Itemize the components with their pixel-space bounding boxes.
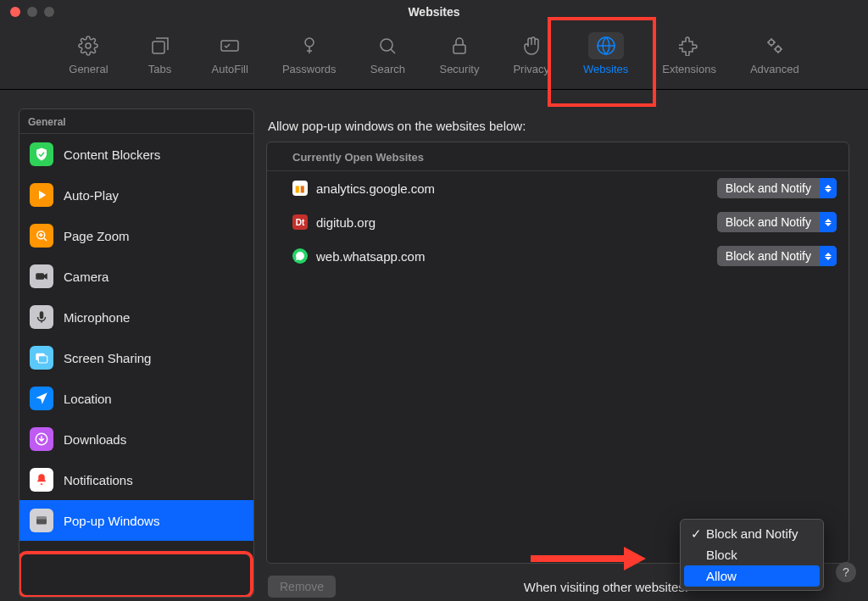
zoom-icon xyxy=(30,224,53,248)
site-row[interactable]: web.whatsapp.com Block and Notify xyxy=(267,239,849,273)
remove-button[interactable]: Remove xyxy=(268,576,336,598)
svg-rect-11 xyxy=(40,311,44,319)
svg-rect-10 xyxy=(36,273,44,280)
favicon xyxy=(292,248,308,264)
section-header: Currently Open Websites xyxy=(267,142,849,171)
sidebar: General Content Blockers Auto-Play Page … xyxy=(19,109,254,598)
sidebar-item-label: Downloads xyxy=(64,432,126,447)
sidebar-item-label: Screen Sharing xyxy=(64,351,151,365)
gear-icon xyxy=(70,32,106,59)
svg-rect-5 xyxy=(453,45,465,53)
titlebar: Websites xyxy=(0,0,868,24)
help-button[interactable]: ? xyxy=(836,562,856,582)
tab-passwords[interactable]: Passwords xyxy=(275,29,343,79)
site-setting-select[interactable]: Block and Notify xyxy=(717,178,837,198)
sidebar-item-screen-sharing[interactable]: Screen Sharing xyxy=(19,337,253,378)
sidebar-item-label: Location xyxy=(64,392,112,406)
tab-extensions[interactable]: Extensions xyxy=(655,29,723,79)
svg-point-0 xyxy=(86,43,91,48)
toolbar-label: Tabs xyxy=(148,63,171,75)
tab-autofill[interactable]: AutoFill xyxy=(205,29,255,79)
tab-websites[interactable]: Websites xyxy=(576,29,635,79)
sidebar-item-page-zoom[interactable]: Page Zoom xyxy=(19,215,253,256)
sidebar-item-content-blockers[interactable]: Content Blockers xyxy=(19,134,253,175)
toolbar-label: Websites xyxy=(583,63,628,75)
search-icon xyxy=(370,32,405,59)
other-websites-dropdown[interactable]: Block and Notify Block Allow xyxy=(680,519,824,591)
sidebar-item-label: Pop-up Windows xyxy=(64,514,159,528)
site-setting-select[interactable]: Block and Notify xyxy=(717,246,837,266)
sidebar-header: General xyxy=(19,109,253,134)
svg-point-8 xyxy=(776,47,781,52)
favicon: Dt xyxy=(292,214,308,230)
tab-general[interactable]: General xyxy=(62,29,114,79)
site-row[interactable]: Dt digitub.org Block and Notify xyxy=(267,205,849,239)
window-icon xyxy=(30,509,53,532)
dropdown-item-block[interactable]: Block xyxy=(684,544,820,565)
sidebar-item-label: Microphone xyxy=(64,310,130,325)
screen-icon xyxy=(30,346,53,370)
minimize-window-button[interactable] xyxy=(27,7,37,17)
camera-icon xyxy=(30,264,53,288)
sidebar-item-downloads[interactable]: Downloads xyxy=(19,419,253,459)
bell-icon xyxy=(30,468,53,492)
sidebar-item-auto-play[interactable]: Auto-Play xyxy=(19,175,253,215)
chevron-updown-icon xyxy=(820,212,837,232)
sidebar-item-label: Auto-Play xyxy=(64,188,119,203)
sidebar-item-popup-windows[interactable]: Pop-up Windows xyxy=(19,500,253,541)
toolbar-label: Extensions xyxy=(662,63,716,75)
dropdown-item-allow[interactable]: Allow xyxy=(684,565,820,587)
website-list: Currently Open Websites ▮▮ analytics.goo… xyxy=(266,142,849,564)
puzzle-icon xyxy=(671,32,707,59)
sidebar-item-location[interactable]: Location xyxy=(19,378,253,419)
other-websites-label: When visiting other websites: xyxy=(346,580,693,594)
svg-rect-13 xyxy=(38,356,47,363)
select-label: Block and Notify xyxy=(717,181,820,195)
play-icon xyxy=(30,183,53,207)
svg-rect-16 xyxy=(36,517,47,520)
toolbar-label: General xyxy=(69,63,108,75)
tab-security[interactable]: Security xyxy=(432,29,486,79)
globe-icon xyxy=(588,32,624,59)
tab-tabs[interactable]: Tabs xyxy=(136,29,185,79)
chevron-updown-icon xyxy=(820,246,837,266)
site-name: web.whatsapp.com xyxy=(316,249,717,264)
main-heading: Allow pop-up windows on the websites bel… xyxy=(266,109,849,142)
svg-point-4 xyxy=(381,39,392,51)
location-icon xyxy=(30,387,53,410)
chevron-updown-icon xyxy=(820,178,837,198)
site-row[interactable]: ▮▮ analytics.google.com Block and Notify xyxy=(267,171,849,205)
sidebar-item-label: Camera xyxy=(64,270,108,284)
sidebar-item-microphone[interactable]: Microphone xyxy=(19,297,253,337)
toolbar: General Tabs AutoFill Passwords Search xyxy=(0,24,868,90)
svg-rect-2 xyxy=(221,41,238,51)
dropdown-item-block-notify[interactable]: Block and Notify xyxy=(684,523,820,544)
tab-advanced[interactable]: Advanced xyxy=(743,29,806,79)
site-name: analytics.google.com xyxy=(316,181,717,196)
svg-point-3 xyxy=(305,38,314,47)
key-icon xyxy=(292,32,327,59)
toolbar-label: Search xyxy=(370,63,405,75)
sidebar-item-camera[interactable]: Camera xyxy=(19,256,253,297)
annotation-arrow xyxy=(531,547,646,570)
toolbar-label: AutoFill xyxy=(212,63,248,75)
sidebar-item-label: Content Blockers xyxy=(64,147,160,162)
annotation-highlight xyxy=(19,551,253,598)
gears-icon xyxy=(757,32,793,59)
toolbar-label: Advanced xyxy=(750,63,799,75)
site-setting-select[interactable]: Block and Notify xyxy=(717,212,837,232)
tabs-icon xyxy=(142,32,178,59)
favicon: ▮▮ xyxy=(292,181,308,196)
sidebar-item-notifications[interactable]: Notifications xyxy=(19,459,253,500)
svg-point-7 xyxy=(769,40,774,45)
close-window-button[interactable] xyxy=(10,7,20,17)
shield-check-icon xyxy=(30,142,53,166)
tab-privacy[interactable]: Privacy xyxy=(506,29,556,79)
tab-search[interactable]: Search xyxy=(363,29,412,79)
zoom-window-button[interactable] xyxy=(44,7,54,17)
window-title: Websites xyxy=(408,5,459,19)
svg-rect-1 xyxy=(153,42,164,53)
pencil-icon xyxy=(212,32,248,59)
select-label: Block and Notify xyxy=(717,249,820,263)
toolbar-label: Privacy xyxy=(513,63,549,75)
